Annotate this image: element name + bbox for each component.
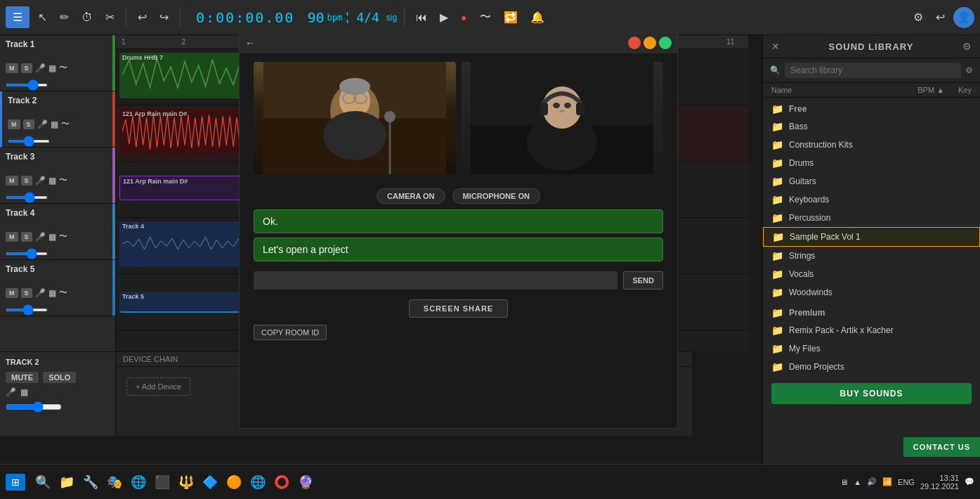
modal-fullscreen-btn[interactable]	[659, 37, 672, 49]
add-device-button[interactable]: + Add Device	[126, 377, 190, 396]
microphone-on-btn[interactable]: MICROPHONE ON	[452, 188, 540, 204]
bpm-control[interactable]: 90 bpm ⬆⬇	[307, 9, 349, 26]
track3-solo[interactable]: S	[21, 176, 32, 186]
draw-tool[interactable]: ✏	[55, 8, 73, 27]
metro-btn[interactable]: 🔔	[526, 8, 549, 27]
lib-item-drums[interactable]: 📁 Drums	[763, 154, 980, 172]
track5-mute[interactable]: M	[6, 288, 18, 298]
camera-on-btn[interactable]: CAMERA ON	[377, 188, 445, 204]
redo-btn[interactable]: ↪	[155, 8, 173, 27]
lib-item-strings[interactable]: 📁 Strings	[763, 247, 980, 265]
track1-mute[interactable]: M	[6, 63, 18, 73]
contact-us-button[interactable]: CONTACT US	[903, 437, 980, 457]
modal-topbar: ←	[240, 32, 677, 53]
lib-item-sample-pack[interactable]: 📁 Sample Pack Vol 1	[763, 227, 980, 247]
track4-header: Track 4 M S 🎤 ▦ 〜	[0, 204, 115, 260]
library-search-input[interactable]	[785, 63, 961, 78]
lib-item-keyboards[interactable]: 📁 Keyboards	[763, 190, 980, 209]
search-taskbar-btn[interactable]: 🔍	[31, 472, 55, 493]
settings-btn[interactable]: ⚙	[909, 8, 927, 27]
track3-volume[interactable]	[6, 196, 48, 199]
chat-input-field[interactable]	[254, 271, 618, 290]
track2-solo[interactable]: S	[23, 119, 34, 129]
modal-window-controls	[628, 37, 672, 49]
mute-btn[interactable]: MUTE	[6, 372, 39, 383]
library-settings-btn[interactable]: ⚙	[962, 41, 972, 52]
taskbar-opera[interactable]: ⭕	[270, 472, 294, 493]
track4-solo[interactable]: S	[21, 232, 32, 242]
track2-main-fader[interactable]	[6, 401, 62, 413]
video-box-person1	[254, 62, 456, 174]
taskbar-explorer[interactable]: 📁	[55, 472, 79, 493]
svg-point-10	[384, 111, 396, 122]
ruler-mark-2: 2	[182, 38, 186, 46]
skip-back-btn[interactable]: ⏮	[412, 8, 431, 27]
track1-controls: M S 🎤 ▦ 〜	[6, 62, 110, 74]
loop-btn[interactable]: 🔁	[499, 8, 522, 27]
taskbar-app3[interactable]: 🎭	[103, 472, 126, 493]
lib-item-percussion[interactable]: 📁 Percussion	[763, 209, 980, 227]
track2-mic-icon: 🎤	[37, 119, 48, 129]
lib-item-vocals[interactable]: 📁 Vocals	[763, 265, 980, 283]
play-btn[interactable]: ▶	[436, 8, 452, 27]
undo-btn[interactable]: ↩	[133, 8, 151, 27]
col-bpm-key: BPM ▲ Key	[917, 86, 972, 94]
taskbar-app9[interactable]: 🔮	[294, 472, 318, 493]
track3-mic-icon: 🎤	[35, 176, 46, 186]
search-icon: 🔍	[770, 65, 780, 75]
track2-mute[interactable]: M	[8, 119, 20, 129]
user-avatar[interactable]: 👤	[953, 7, 974, 28]
track2-curve-icon: 〜	[61, 118, 70, 130]
record-btn[interactable]: ●	[457, 9, 471, 26]
taskbar-chrome[interactable]: 🌐	[246, 472, 270, 493]
wave-btn[interactable]: 〜	[476, 7, 495, 27]
taskbar-browser[interactable]: 🌐	[126, 472, 150, 493]
track1-solo[interactable]: S	[21, 63, 32, 73]
taskbar-app8[interactable]: 🟠	[222, 472, 246, 493]
back-btn2[interactable]: ↩	[932, 8, 949, 27]
track3-mute[interactable]: M	[6, 176, 18, 186]
track4-volume[interactable]	[6, 252, 48, 255]
track5-volume[interactable]	[6, 309, 48, 311]
taskbar-right: 🖥 ▲ 🔊 📶 ENG 13:31 29.12.2021 💬	[840, 474, 974, 491]
track4-mute[interactable]: M	[6, 232, 18, 242]
clock-tool[interactable]: ⏱	[77, 8, 97, 27]
bpm-arrows[interactable]: ⬆⬇	[345, 10, 349, 25]
track2-volume[interactable]	[8, 140, 50, 143]
taskbar-filezilla[interactable]: 🔧	[79, 472, 103, 493]
cut-tool[interactable]: ✂	[101, 8, 119, 27]
lib-item-bass[interactable]: 📁 Bass	[763, 117, 980, 136]
bpm-value: 90	[307, 9, 324, 26]
start-button[interactable]: ⊞	[6, 474, 25, 491]
solo-btn[interactable]: SOLO	[43, 372, 76, 383]
lib-item-myfiles[interactable]: 📁 My Files	[763, 339, 980, 358]
buy-sounds-button[interactable]: BUY SOUNDS	[771, 383, 972, 404]
library-close-btn[interactable]: ✕	[771, 41, 780, 52]
lib-item-guitars[interactable]: 📁 Guitars	[763, 172, 980, 190]
select-tool[interactable]: ↖	[34, 8, 51, 27]
chat-area: Ok. Let's open a project	[240, 209, 677, 261]
library-header: ✕ SOUND LIBRARY ⚙	[763, 35, 980, 58]
lib-item-woodwinds[interactable]: 📁 Woodwinds	[763, 283, 980, 302]
taskbar-app7[interactable]: 🔷	[198, 472, 222, 493]
send-button[interactable]: SEND	[623, 271, 663, 290]
lib-item-demo-projects[interactable]: 📁 Demo Projects	[763, 358, 980, 376]
menu-button[interactable]: ☰	[6, 6, 30, 28]
modal-minimize-btn[interactable]	[643, 37, 656, 49]
taskbar-git[interactable]: 🔱	[174, 472, 198, 493]
sound-library-panel: ✕ SOUND LIBRARY ⚙ 🔍 ⚙ Name BPM ▲ Key 📁 F…	[762, 35, 980, 464]
taskbar-message-icon: 💬	[965, 477, 974, 486]
track1-volume[interactable]	[6, 84, 48, 86]
percussion-label: Percussion	[789, 213, 830, 223]
lib-item-construction-kits[interactable]: 📁 Construction Kits	[763, 136, 980, 154]
track5-solo[interactable]: S	[21, 288, 32, 298]
strings-label: Strings	[789, 251, 815, 261]
track5-color-bar	[112, 260, 115, 316]
copy-room-button[interactable]: COPY ROOM ID	[254, 325, 327, 340]
taskbar-vscode[interactable]: ⬛	[150, 472, 174, 493]
modal-back-btn[interactable]: ←	[245, 37, 255, 48]
lib-item-remix[interactable]: 📁 Remix Pack - Artik x Kacher	[763, 321, 980, 339]
modal-close-btn[interactable]	[628, 37, 641, 49]
screen-share-button[interactable]: SCREEN SHARE	[409, 299, 508, 318]
track5-curve-icon: 〜	[59, 287, 67, 299]
